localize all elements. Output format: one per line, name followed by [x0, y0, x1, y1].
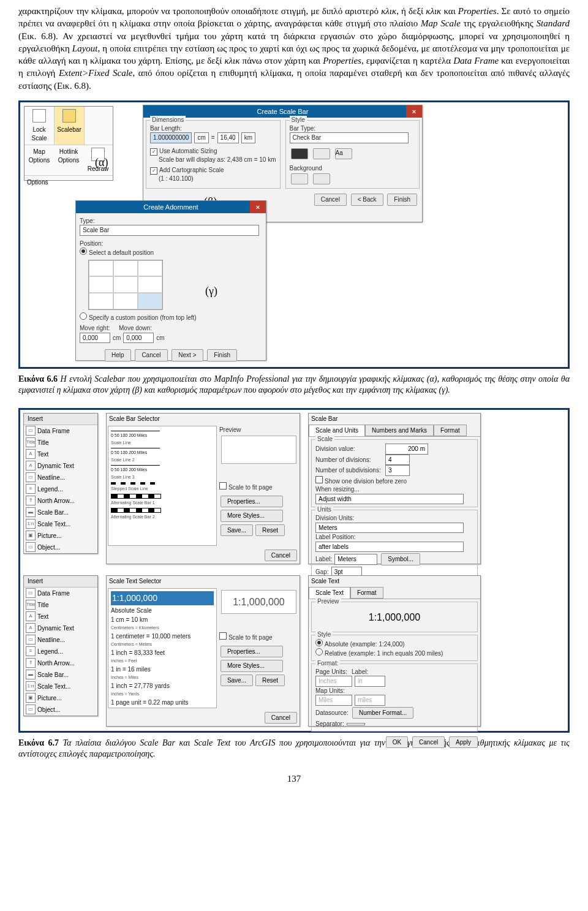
menu-north-arrow[interactable]: ⇑North Arrow... [24, 657, 97, 669]
scale-bar-dialog: Scale Bar Scale and Units Numbers and Ma… [308, 413, 481, 564]
map-units[interactable]: Miles [315, 695, 352, 706]
menu-data-frame[interactable]: ▭Data Frame [24, 425, 97, 437]
position-grid[interactable] [88, 260, 163, 310]
fit-page-checkbox[interactable] [219, 482, 227, 490]
type-select[interactable]: Scale Bar [80, 225, 259, 236]
legend-icon: ≡ [26, 484, 36, 494]
menu-text[interactable]: AText [24, 448, 97, 460]
bar-length-value[interactable]: 1.000000000 [150, 132, 192, 143]
style-group: Style [290, 116, 307, 124]
finish-button[interactable]: Finish [387, 194, 417, 206]
cancel-button[interactable]: Cancel [265, 550, 297, 562]
bg-swatch-2[interactable] [313, 173, 330, 184]
map-length-unit[interactable]: km [241, 132, 255, 143]
separator-input[interactable] [347, 723, 365, 725]
cancel-button[interactable]: Cancel [412, 736, 445, 749]
menu-legend[interactable]: ≡Legend... [24, 646, 97, 657]
page-units[interactable]: Inches [315, 676, 352, 687]
next-button[interactable]: Next > [172, 349, 203, 361]
map-units-label[interactable]: miles [355, 695, 385, 706]
relative-radio[interactable] [315, 648, 323, 656]
custom-position-radio[interactable] [80, 312, 87, 320]
move-right-input[interactable]: 0,000 [80, 333, 110, 344]
menu-scale-text[interactable]: 1:nScale Text... [24, 518, 97, 530]
more-styles-button[interactable]: More Styles... [221, 510, 283, 522]
menu-object[interactable]: ▭Object... [24, 704, 97, 716]
lock-scale-button[interactable]: Lock Scale [24, 107, 55, 145]
menu-neatline[interactable]: ▭Neatline... [24, 472, 97, 483]
title-icon: Title [26, 600, 36, 610]
tab-numbers-marks[interactable]: Numbers and Marks [365, 425, 434, 437]
hotlink-options-button[interactable]: Hotlink Options [54, 145, 83, 175]
sbs-list[interactable]: 0 50 100 200 MilesScale Line 0 50 100 20… [108, 426, 217, 546]
resize-select[interactable]: Adjust width [315, 494, 464, 505]
save-button[interactable]: Save... [221, 675, 253, 687]
show-one-checkbox[interactable] [315, 476, 323, 483]
menu-neatline[interactable]: ▭Neatline... [24, 634, 97, 646]
scale-text-icon: 1:n [26, 519, 36, 529]
number-format-button[interactable]: Number Format... [352, 707, 413, 719]
division-units[interactable]: Meters [315, 523, 464, 534]
reset-button[interactable]: Reset [255, 675, 285, 687]
menu-picture[interactable]: ▣Picture... [24, 530, 97, 542]
style-swatch-3[interactable]: Aa [335, 148, 352, 159]
props-button[interactable]: Properties... [221, 496, 283, 508]
fit-page-checkbox[interactable] [219, 632, 227, 640]
style-swatch-1[interactable] [291, 148, 308, 159]
label-input[interactable]: Meters [334, 554, 377, 565]
style-swatch-2[interactable] [313, 148, 330, 159]
menu-scale-bar[interactable]: ▬Scale Bar... [24, 507, 97, 518]
more-styles-button[interactable]: More Styles... [221, 660, 283, 672]
apply-button[interactable]: Apply [449, 736, 478, 749]
reset-button[interactable]: Reset [255, 524, 285, 537]
menu-picture[interactable]: ▣Picture... [24, 692, 97, 704]
symbol-button[interactable]: Symbol... [381, 553, 420, 565]
menu-legend[interactable]: ≡Legend... [24, 483, 97, 495]
tab-format[interactable]: Format [434, 425, 467, 437]
menu-text[interactable]: AText [24, 611, 97, 622]
cancel-button[interactable]: Cancel [265, 712, 297, 724]
division-value[interactable]: 200 m [385, 444, 428, 455]
menu-dynamic-text[interactable]: ADynamic Text [24, 460, 97, 472]
menu-data-frame[interactable]: ▭Data Frame [24, 588, 97, 599]
text-icon: A [26, 449, 36, 459]
props-button[interactable]: Properties... [221, 646, 283, 658]
num-divisions[interactable]: 4 [385, 455, 410, 466]
default-position-radio[interactable] [80, 248, 87, 255]
map-options-button[interactable]: Map Options [24, 145, 54, 175]
cancel-button[interactable]: Cancel [135, 349, 167, 361]
figure-6-7: Insert ▭Data Frame TitleTitle AText ADyn… [18, 408, 570, 733]
menu-dynamic-text[interactable]: ADynamic Text [24, 622, 97, 634]
dimensions-group: Dimensions [150, 116, 186, 124]
page-units-label[interactable]: in [355, 676, 385, 687]
num-subdivisions[interactable]: 3 [385, 465, 410, 476]
type-label: Type: [80, 217, 262, 225]
absolute-radio[interactable] [315, 639, 323, 646]
menu-object[interactable]: ▭Object... [24, 542, 97, 553]
help-button[interactable]: Help [105, 349, 131, 361]
move-down-input[interactable]: 0,000 [123, 333, 154, 344]
close-icon[interactable]: × [250, 201, 266, 213]
back-button[interactable]: < Back [351, 194, 383, 206]
bar-length-unit[interactable]: cm [194, 132, 208, 143]
menu-scale-bar[interactable]: ▬Scale Bar... [24, 669, 97, 681]
cartographic-checkbox[interactable]: ✓ [150, 167, 157, 175]
map-length-value[interactable]: 16,40 [217, 132, 239, 143]
menu-title[interactable]: TitleTitle [24, 437, 97, 448]
cancel-button[interactable]: Cancel [314, 194, 347, 206]
scalebar-button[interactable]: Scalebar [55, 107, 85, 145]
bg-swatch-1[interactable] [291, 173, 308, 184]
ok-button[interactable]: OK [386, 736, 408, 749]
menu-scale-text[interactable]: 1:nScale Text... [24, 681, 97, 692]
menu-north-arrow[interactable]: ⇑North Arrow... [24, 495, 97, 507]
sts-list[interactable]: 1:1,000,000 Absolute Scale 1 cm = 10 kmC… [108, 588, 217, 708]
label-position[interactable]: after labels [315, 542, 464, 553]
tab-format[interactable]: Format [350, 587, 383, 599]
save-button[interactable]: Save... [221, 524, 253, 537]
bar-type-select[interactable]: Check Bar [290, 132, 409, 143]
finish-button[interactable]: Finish [207, 349, 237, 361]
dynamic-text-icon: A [26, 461, 36, 471]
close-icon[interactable]: × [406, 105, 422, 118]
menu-title[interactable]: TitleTitle [24, 599, 97, 611]
auto-sizing-checkbox[interactable]: ✓ [150, 148, 157, 156]
